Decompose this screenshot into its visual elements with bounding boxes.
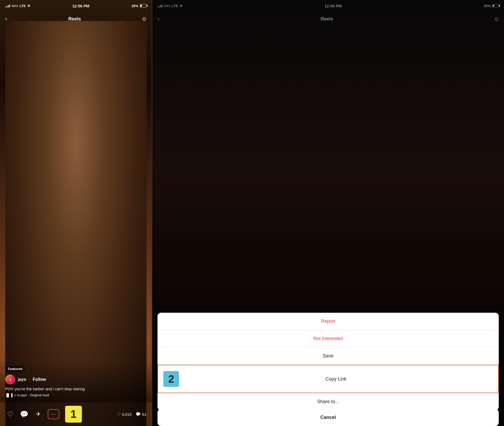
username[interactable]: jayo <box>18 377 26 382</box>
save-button[interactable]: Save <box>158 347 499 365</box>
right-carrier: Mint <box>164 4 170 8</box>
heart-icon: ♡ <box>7 410 13 418</box>
right-status-right: 26% <box>484 4 499 8</box>
report-button[interactable]: Report <box>158 313 499 330</box>
likes-count: 4,015 <box>122 412 132 417</box>
like-button[interactable]: ♡ <box>5 409 15 419</box>
right-wifi-icon: ✳ <box>180 4 182 8</box>
left-battery-pct: 26% <box>132 4 138 8</box>
step-1-badge: 1 <box>65 406 82 423</box>
right-battery-fill <box>493 5 494 7</box>
not-interested-button[interactable]: Not Interested <box>158 330 499 347</box>
cancel-sheet: Cancel <box>158 409 499 426</box>
featured-badge: Featured <box>5 366 25 372</box>
left-camera-button[interactable]: ⊙ <box>142 16 146 22</box>
comments-stat: 💬 61 <box>136 412 146 417</box>
left-wifi-icon: ✳ <box>27 4 30 8</box>
share-button[interactable]: ✈ <box>34 409 43 419</box>
comment-icon: 💬 <box>20 410 28 418</box>
comments-count: 61 <box>142 412 146 417</box>
left-back-button[interactable]: ‹ <box>5 16 7 22</box>
stats-row: ♡ 4,015 💬 61 <box>117 412 146 417</box>
left-battery-fill <box>140 5 142 7</box>
avatar: J <box>5 374 15 384</box>
right-battery-icon <box>492 4 499 7</box>
right-nav-title: Reels <box>321 16 333 22</box>
left-network: LTE <box>20 4 26 8</box>
left-nav-bar: ‹ Reels ⊙ <box>0 12 152 26</box>
left-battery-icon <box>140 4 146 7</box>
copy-link-text: Copy Link <box>179 376 493 382</box>
audio-bars-icon: ▐▌▐ <box>5 393 13 397</box>
action-sheet: Report Not Interested Save 2 Copy Link S… <box>158 313 499 410</box>
follow-button[interactable]: Follow <box>33 377 46 382</box>
left-content-overlay: Featured J jayo · Follow POV you're the … <box>0 361 152 402</box>
signal-icon <box>5 4 10 7</box>
likes-heart-icon: ♡ <box>117 412 120 417</box>
right-time: 12:56 PM <box>325 4 342 8</box>
caption: POV you're the barber and i can't stop s… <box>5 387 146 391</box>
more-icon: ··· <box>51 412 56 417</box>
right-back-button[interactable]: ‹ <box>158 16 159 22</box>
right-nav-bar: ‹ Reels ⊙ <box>152 12 504 26</box>
comments-icon: 💬 <box>136 412 141 417</box>
left-action-bar: ♡ 💬 ✈ ··· 1 ♡ 4,015 💬 61 <box>0 402 152 426</box>
right-battery-pct: 26% <box>484 4 491 8</box>
left-status-bar: Mint LTE ✳ 12:56 PM 26% <box>0 0 152 12</box>
right-phone: Mint LTE ✳ 12:56 PM 26% ‹ Reels ⊙ Report… <box>152 0 504 426</box>
right-status-bar: Mint LTE ✳ 12:56 PM 26% <box>152 0 504 12</box>
copy-link-button[interactable]: 2 Copy Link <box>158 365 499 393</box>
likes-stat: ♡ 4,015 <box>117 412 132 417</box>
right-status-left: Mint LTE ✳ <box>158 4 182 8</box>
more-button[interactable]: ··· <box>48 409 59 419</box>
share-to-button[interactable]: Share to... <box>158 393 499 410</box>
step-2-badge: 2 <box>163 371 179 387</box>
right-signal-icon <box>158 4 162 7</box>
left-carrier: Mint <box>12 4 18 8</box>
audio-text: ♫ io jayo · Original Audi <box>14 393 49 397</box>
audio-row: ▐▌▐ ♫ io jayo · Original Audi <box>5 393 146 397</box>
left-phone: Mint LTE ✳ 12:56 PM 26% ‹ Reels ⊙ Featur… <box>0 0 152 426</box>
left-status-left: Mint LTE ✳ <box>5 4 30 8</box>
left-status-right: 26% <box>132 4 146 8</box>
share-icon: ✈ <box>36 411 41 418</box>
user-row: J jayo · Follow <box>5 374 146 384</box>
left-nav-title: Reels <box>68 16 81 22</box>
right-camera-button[interactable]: ⊙ <box>494 16 499 22</box>
comment-button[interactable]: 💬 <box>19 409 29 419</box>
cancel-button[interactable]: Cancel <box>158 409 499 426</box>
copy-link-row: 2 Copy Link <box>163 371 493 387</box>
right-network: LTE <box>172 4 178 8</box>
left-time: 12:56 PM <box>72 4 90 8</box>
